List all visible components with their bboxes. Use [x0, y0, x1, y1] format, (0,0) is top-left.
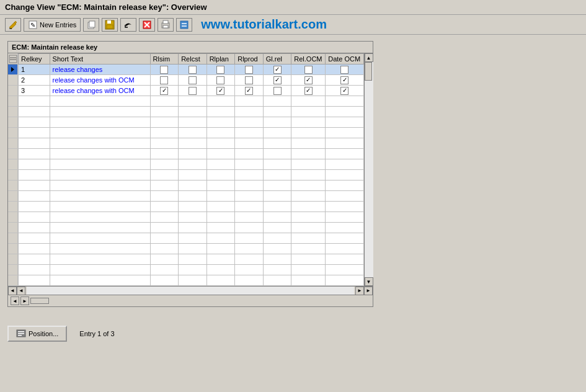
svg-rect-13 — [163, 25, 168, 28]
checkbox-rel_ocm[interactable] — [304, 66, 313, 74]
checkbox-rlprod[interactable] — [245, 76, 253, 84]
scroll-thumb[interactable] — [365, 62, 372, 81]
row-indicator-1[interactable] — [8, 65, 17, 75]
undo-icon — [123, 20, 133, 30]
cell-rlplan — [206, 86, 235, 96]
copy-icon — [86, 20, 96, 30]
table-row-empty — [19, 275, 364, 286]
table-row-empty — [19, 170, 364, 180]
checkbox-date_ocm[interactable] — [340, 66, 348, 74]
col-header-relcst[interactable]: Relcst — [179, 54, 207, 65]
copy-btn[interactable] — [83, 18, 99, 32]
table-row: 3release changes with OCM — [19, 86, 364, 96]
checkbox-rlsim[interactable] — [160, 76, 168, 84]
cell-rlsim — [150, 65, 179, 75]
table-row-empty — [19, 180, 364, 191]
table-row-empty — [19, 254, 364, 265]
print-icon — [161, 20, 171, 30]
short-text-link[interactable]: release changes with OCM — [53, 87, 135, 94]
cell-short-text[interactable]: release changes with OCM — [50, 86, 150, 96]
col-header-gl-rel[interactable]: Gl.rel — [263, 54, 291, 65]
print-btn[interactable] — [158, 18, 174, 32]
checkbox-gl_rel[interactable] — [273, 87, 282, 95]
row-indicators — [8, 53, 18, 286]
cell-rel_ocm — [291, 75, 326, 86]
row-indicator-empty — [8, 191, 17, 202]
cell-short-text[interactable]: release changes — [50, 65, 150, 75]
col-header-rlprod[interactable]: Rlprod — [235, 54, 264, 65]
edit-icon-btn[interactable] — [5, 18, 21, 32]
svg-rect-12 — [163, 20, 168, 24]
nav-left-btn[interactable]: ◄ — [11, 296, 19, 305]
checkbox-rel_ocm[interactable] — [304, 87, 313, 95]
col-header-date-ocm[interactable]: Date OCM — [326, 54, 364, 65]
col-header-relkey[interactable]: Relkey — [19, 54, 50, 65]
position-icon — [16, 329, 26, 339]
checkbox-rlsim[interactable] — [160, 87, 168, 95]
scroll-down-btn[interactable]: ▼ — [365, 277, 373, 286]
settings-btn[interactable] — [176, 18, 192, 32]
col-header-rlplan[interactable]: Rlplan — [206, 54, 235, 65]
position-button[interactable]: Position... — [7, 326, 67, 342]
row-indicator-3[interactable] — [8, 86, 17, 96]
checkbox-rlprod[interactable] — [245, 66, 253, 74]
cell-rlsim — [150, 86, 179, 96]
checkbox-rlplan[interactable] — [216, 87, 224, 95]
checkbox-relcst[interactable] — [189, 76, 197, 84]
hscroll-track[interactable] — [27, 287, 354, 295]
row-indicator-empty — [8, 223, 17, 233]
row-indicator-empty — [8, 254, 17, 265]
checkbox-rlsim[interactable] — [160, 66, 168, 74]
checkbox-gl_rel[interactable] — [273, 66, 282, 74]
scroll-up-btn[interactable]: ▲ — [365, 53, 373, 62]
checkbox-date_ocm[interactable] — [340, 87, 348, 95]
entry-info: Entry 1 of 3 — [79, 330, 114, 337]
column-settings-icon[interactable] — [9, 55, 17, 63]
row-indicator-2[interactable] — [8, 75, 17, 86]
checkbox-rlplan[interactable] — [216, 76, 224, 84]
undo-btn[interactable] — [120, 18, 136, 32]
checkbox-gl_rel[interactable] — [273, 76, 282, 84]
cell-rlprod — [235, 75, 264, 86]
checkbox-relcst[interactable] — [189, 66, 197, 74]
table-row-empty — [19, 117, 364, 128]
horizontal-scrollbar: ◄ ◄ ► ► — [8, 286, 373, 295]
table-row-empty — [19, 191, 364, 202]
main-area: ECM: Maintain release key — [0, 35, 586, 313]
nav-thumb[interactable] — [30, 298, 49, 304]
table-container: Relkey Short Text Rlsim Relcst Rlplan Rl… — [18, 53, 364, 286]
row-indicator-empty — [8, 159, 17, 170]
panel-header: ECM: Maintain release key — [8, 42, 373, 53]
cell-date_ocm — [326, 65, 364, 75]
short-text-link[interactable]: release changes — [53, 66, 103, 73]
short-text-link[interactable]: release changes with OCM — [53, 76, 135, 84]
new-entries-button[interactable]: ✎ New Entries — [24, 18, 81, 32]
col-header-rel-ocm[interactable]: Rel.OCM — [291, 54, 326, 65]
checkbox-relcst[interactable] — [189, 87, 197, 95]
hscroll-left-btn[interactable]: ◄ — [17, 287, 25, 295]
row-indicator-empty — [8, 128, 17, 138]
table-row-empty — [19, 265, 364, 275]
checkbox-date_ocm[interactable] — [340, 76, 348, 84]
scroll-track[interactable] — [365, 62, 373, 277]
hscroll-right-next-btn[interactable]: ► — [364, 287, 373, 295]
delete-btn[interactable] — [139, 18, 155, 32]
cell-gl_rel — [263, 86, 291, 96]
row-indicator-empty — [8, 265, 17, 275]
delete-icon — [142, 20, 152, 30]
cell-short-text[interactable]: release changes with OCM — [50, 75, 150, 86]
new-entries-icon: ✎ — [28, 20, 38, 30]
checkbox-rel_ocm[interactable] — [304, 76, 313, 84]
row-indicator-empty — [8, 138, 17, 149]
nav-right-btn[interactable]: ► — [20, 296, 29, 305]
checkbox-rlplan[interactable] — [216, 66, 224, 74]
col-header-short-text[interactable]: Short Text — [50, 54, 150, 65]
col-header-rlsim[interactable]: Rlsim — [150, 54, 179, 65]
save-btn[interactable] — [102, 18, 118, 32]
hscroll-right-btn[interactable]: ► — [355, 287, 364, 295]
svg-rect-4 — [89, 21, 95, 27]
hscroll-left-prev-btn[interactable]: ◄ — [8, 287, 17, 295]
svg-rect-7 — [107, 25, 113, 29]
cell-rlplan — [206, 75, 235, 86]
checkbox-rlprod[interactable] — [245, 87, 253, 95]
